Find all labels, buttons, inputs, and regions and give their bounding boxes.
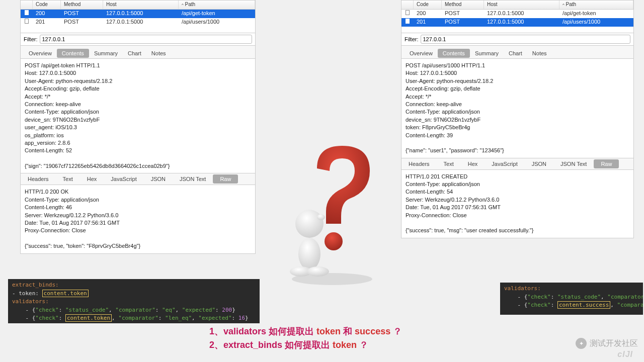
filter-label: Filter: xyxy=(405,36,419,42)
grid-header: Code Method Host ^ Path xyxy=(401,1,633,10)
tab-contents[interactable]: Contents xyxy=(438,49,470,58)
highlight-content-success: content.success xyxy=(557,301,610,309)
filter-input[interactable] xyxy=(40,35,253,44)
dji-logo: cIJI xyxy=(617,350,633,359)
grid-header: Code Method Host ^ Path xyxy=(21,1,255,10)
tab-overview[interactable]: Overview xyxy=(24,49,57,58)
main-tabbar: Overview Contents Summary Chart Notes xyxy=(401,46,633,59)
wechat-icon: ✦ xyxy=(576,338,587,349)
svg-point-6 xyxy=(317,214,325,220)
svg-point-1 xyxy=(325,232,343,250)
request-row[interactable]: 200 POST 127.0.0.1:5000 /api/get-token xyxy=(21,10,255,18)
tab-summary[interactable]: Summary xyxy=(89,49,123,58)
subtab-raw[interactable]: Raw xyxy=(213,174,238,184)
request-row[interactable]: 201 POST 127.0.0.1:5000 /api/users/1000 xyxy=(401,18,633,27)
request-row[interactable]: 200 POST 127.0.0.1:5000 /api/get-token xyxy=(401,10,633,18)
tab-chart[interactable]: Chart xyxy=(504,49,527,58)
col-path[interactable]: ^ Path xyxy=(179,1,255,9)
col-method[interactable]: Method xyxy=(442,1,484,9)
question-mark-figure xyxy=(282,141,382,287)
question-text: 1、validators 如何提取出 token 和 success ？ 2、e… xyxy=(209,325,402,352)
http-inspector-right: Code Method Host ^ Path 200 POST 127.0.0… xyxy=(401,0,634,238)
sort-asc-icon: ^ xyxy=(562,3,565,7)
subtab-headers[interactable]: Headers xyxy=(401,159,437,168)
request-content: POST /api/get-token HTTP/1.1 Host: 127.0… xyxy=(21,59,255,173)
subtab-text[interactable]: Text xyxy=(56,174,80,184)
subtab-headers[interactable]: Headers xyxy=(21,174,56,184)
svg-point-2 xyxy=(295,210,324,238)
file-icon xyxy=(25,19,29,24)
request-row[interactable]: 201 POST 127.0.0.1:5000 /api/users/1000 xyxy=(21,18,255,27)
file-icon xyxy=(406,19,410,24)
tab-notes[interactable]: Notes xyxy=(527,49,552,58)
tab-notes[interactable]: Notes xyxy=(146,49,171,58)
response-content: HTTP/1.0 201 CREATED Content-Type: appli… xyxy=(401,170,633,238)
filter-label: Filter: xyxy=(24,36,38,42)
col-host[interactable]: Host xyxy=(103,1,179,9)
col-code[interactable]: Code xyxy=(414,1,442,9)
main-tabbar: Overview Contents Summary Chart Notes xyxy=(21,46,255,59)
file-icon xyxy=(406,10,410,15)
col-method[interactable]: Method xyxy=(61,1,103,9)
subtab-json[interactable]: JSON xyxy=(144,174,173,184)
subtab-hex[interactable]: Hex xyxy=(461,159,485,168)
subtab-jsontext[interactable]: JSON Text xyxy=(553,159,594,168)
filter-input[interactable] xyxy=(421,35,631,44)
response-tabbar: Headers Text Hex JavaScript JSON JSON Te… xyxy=(401,158,633,170)
response-content: HTTP/1.0 200 OK Content-Type: applicatio… xyxy=(21,185,255,253)
request-content: POST /api/users/1000 HTTP/1.1 Host: 127.… xyxy=(401,59,633,158)
highlight-content-token: content.token xyxy=(65,314,112,322)
col-path[interactable]: ^ Path xyxy=(559,1,633,9)
tab-contents[interactable]: Contents xyxy=(57,49,89,58)
yaml-snippet-left: extract_binds: - token: content.token va… xyxy=(8,279,260,323)
yaml-snippet-right: validators: - {"check": "status_code", "… xyxy=(500,283,643,315)
svg-point-5 xyxy=(307,266,329,277)
subtab-hex[interactable]: Hex xyxy=(80,174,104,184)
response-tabbar: Headers Text Hex JavaScript JSON JSON Te… xyxy=(21,173,255,185)
tab-summary[interactable]: Summary xyxy=(470,49,504,58)
subtab-jsontext[interactable]: JSON Text xyxy=(173,174,213,184)
tab-overview[interactable]: Overview xyxy=(405,49,438,58)
subtab-json[interactable]: JSON xyxy=(525,159,553,168)
col-code[interactable]: Code xyxy=(33,1,61,9)
file-icon xyxy=(25,10,29,15)
tab-chart[interactable]: Chart xyxy=(123,49,146,58)
col-host[interactable]: Host xyxy=(484,1,559,9)
highlight-content-token: content.token xyxy=(42,290,89,297)
subtab-raw[interactable]: Raw xyxy=(594,159,619,168)
subtab-js[interactable]: JavaScript xyxy=(485,159,524,168)
sort-asc-icon: ^ xyxy=(182,3,184,7)
filter-row: Filter: xyxy=(21,33,255,46)
svg-point-3 xyxy=(298,238,320,270)
subtab-js[interactable]: JavaScript xyxy=(104,174,143,184)
subtab-text[interactable]: Text xyxy=(437,159,461,168)
http-inspector-left: Code Method Host ^ Path 200 POST 127.0.0… xyxy=(20,0,256,254)
wechat-watermark: ✦ 测试开发社区 xyxy=(576,338,638,349)
filter-row: Filter: xyxy=(401,33,633,46)
